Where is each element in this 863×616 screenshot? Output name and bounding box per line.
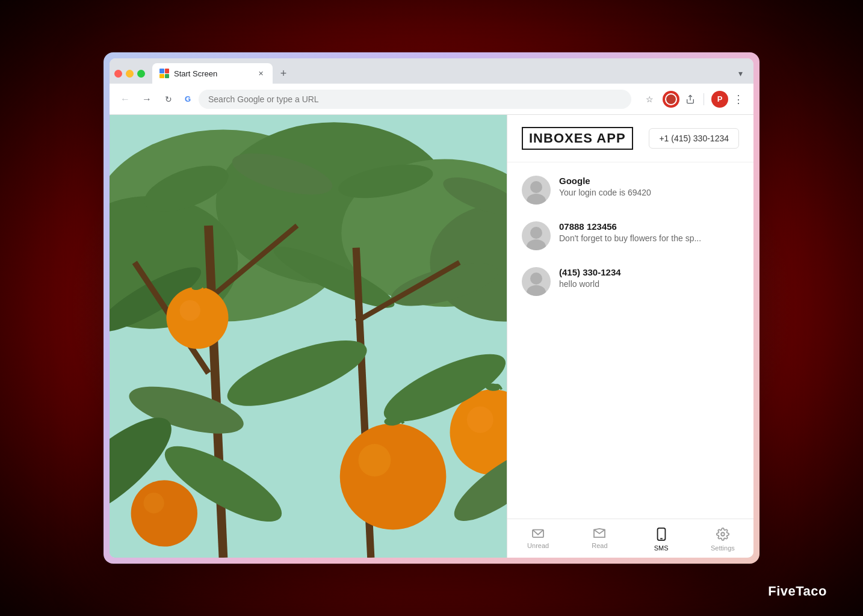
menu-button[interactable]: ⋮	[731, 90, 746, 108]
phone-badge: +1 (415) 330-1234	[649, 128, 739, 149]
message-sender: (415) 330-1234	[559, 267, 739, 277]
svg-point-39	[527, 239, 546, 250]
reload-button[interactable]: ↻	[160, 91, 177, 108]
tab-favicon	[159, 69, 169, 78]
sms-icon	[656, 528, 667, 543]
svg-point-28	[131, 480, 197, 546]
forward-button[interactable]: →	[138, 91, 155, 108]
unread-icon	[531, 528, 545, 540]
bookmark-icon[interactable]: ☆	[641, 91, 658, 108]
avatar	[522, 176, 551, 205]
app-panel: INBOXES APP +1 (415) 330-1234	[507, 115, 753, 558]
message-preview: Your login code is 69420	[559, 188, 739, 197]
svg-point-20	[180, 300, 200, 321]
message-item[interactable]: Google Your login code is 69420	[507, 167, 753, 213]
svg-point-40	[530, 273, 542, 285]
address-bar: ← → ↻ G ☆	[110, 84, 753, 115]
url-input[interactable]	[199, 90, 631, 109]
nav-settings[interactable]: Settings	[692, 524, 753, 555]
extension-avatar[interactable]	[663, 91, 679, 108]
message-sender: 07888 123456	[559, 221, 739, 232]
nav-settings-label: Settings	[711, 544, 735, 552]
share-icon[interactable]	[682, 91, 699, 108]
nav-read-label: Read	[592, 542, 607, 549]
read-icon	[593, 528, 606, 540]
svg-point-22	[340, 424, 447, 530]
message-item[interactable]: 07888 123456 Don't forget to buy flowers…	[507, 213, 753, 259]
toolbar-icons: ☆ P ⋮	[641, 90, 746, 108]
minimize-window-button[interactable]	[126, 70, 134, 78]
content-area: INBOXES APP +1 (415) 330-1234	[110, 115, 753, 558]
tab-title: Start Screen	[174, 69, 251, 78]
new-tab-button[interactable]: +	[275, 65, 292, 82]
browser-window: Start Screen ✕ + ▾ ← → ↻ G ☆	[110, 58, 753, 558]
window-controls	[114, 70, 145, 78]
message-content: (415) 330-1234 hello world	[559, 267, 739, 289]
nav-sms[interactable]: SMS	[631, 524, 692, 555]
svg-point-45	[721, 532, 725, 536]
bottom-nav: Unread Read	[507, 519, 753, 558]
settings-icon	[716, 528, 729, 543]
svg-point-38	[530, 227, 542, 239]
nav-unread[interactable]: Unread	[507, 524, 569, 555]
watermark: FiveTaco	[768, 584, 827, 599]
tab-close-button[interactable]: ✕	[256, 69, 265, 78]
photo-area	[110, 115, 507, 558]
maximize-window-button[interactable]	[137, 70, 145, 78]
active-tab[interactable]: Start Screen ✕	[152, 63, 273, 84]
message-preview: Don't forget to buy flowers for the sp..…	[559, 233, 739, 243]
message-content: 07888 123456 Don't forget to buy flowers…	[559, 221, 739, 243]
svg-point-26	[467, 407, 493, 433]
svg-point-36	[530, 181, 542, 193]
svg-point-37	[527, 194, 546, 205]
svg-point-41	[527, 285, 546, 296]
app-header: INBOXES APP +1 (415) 330-1234	[507, 115, 753, 162]
avatar-inner	[665, 93, 677, 105]
svg-point-23	[358, 444, 391, 476]
nav-unread-label: Unread	[527, 542, 549, 549]
profile-avatar[interactable]: P	[711, 91, 728, 108]
back-button[interactable]: ←	[117, 91, 134, 108]
google-icon: G	[182, 93, 194, 105]
tab-bar: Start Screen ✕ + ▾	[110, 58, 753, 84]
messages-list: Google Your login code is 69420	[507, 162, 753, 519]
nav-read[interactable]: Read	[569, 524, 630, 555]
browser-outer: Start Screen ✕ + ▾ ← → ↻ G ☆	[104, 52, 759, 564]
app-logo: INBOXES APP	[522, 127, 633, 150]
avatar	[522, 221, 551, 250]
message-sender: Google	[559, 176, 739, 186]
svg-point-29	[143, 493, 164, 513]
separator	[704, 93, 704, 105]
nav-sms-label: SMS	[654, 544, 669, 552]
tab-dropdown-button[interactable]: ▾	[732, 65, 749, 82]
avatar	[522, 267, 551, 296]
svg-point-19	[166, 287, 228, 349]
message-item[interactable]: (415) 330-1234 hello world	[507, 259, 753, 304]
message-content: Google Your login code is 69420	[559, 176, 739, 197]
message-preview: hello world	[559, 279, 739, 289]
close-window-button[interactable]	[114, 70, 122, 78]
avatar-group	[663, 91, 679, 108]
